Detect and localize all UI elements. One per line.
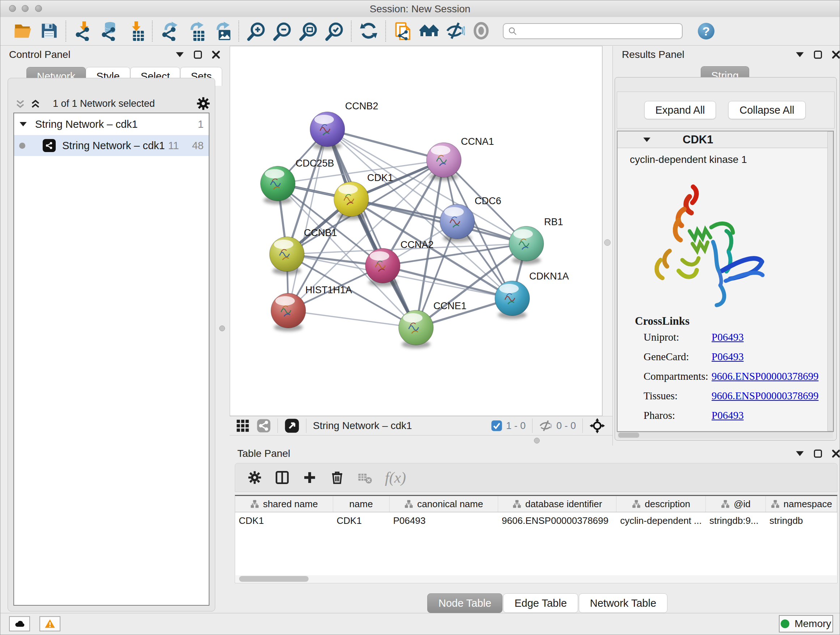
network-vertical-scrollbar[interactable]	[602, 46, 613, 416]
panel-collapse-icon[interactable]	[796, 50, 804, 59]
memory-button[interactable]: Memory	[779, 615, 833, 632]
table-cell[interactable]: CDK1	[235, 512, 333, 529]
network-scrollbar-handle[interactable]	[604, 239, 611, 246]
table-scrollbar-thumb[interactable]	[239, 576, 309, 582]
search-box[interactable]	[503, 23, 683, 39]
panel-close-icon[interactable]	[832, 50, 840, 59]
network-canvas[interactable]: CCNB2 CCNA1 CDC25B CDK1 CDC6 RB1	[230, 46, 602, 416]
edge-CCNE1-HIST1H1A[interactable]	[288, 310, 416, 328]
node-CCNE1[interactable]	[399, 310, 433, 348]
node-table[interactable]: shared namenamecanonical namedatabase id…	[235, 495, 837, 583]
column-header-canonical-name[interactable]: canonical name	[390, 496, 498, 512]
network-options-gear-icon[interactable]	[196, 96, 211, 112]
duplicate-network-icon[interactable]	[392, 20, 414, 42]
network-collection-row[interactable]: String Network – cdk1 1	[14, 113, 209, 135]
table-cell[interactable]: stringdb:9...	[706, 512, 766, 529]
export-image-icon[interactable]	[210, 20, 233, 42]
crosslink-link[interactable]: P06493	[712, 351, 744, 363]
toolbar-separator	[351, 21, 352, 42]
selected-checkbox-icon[interactable]	[491, 420, 502, 432]
protein-card-header[interactable]: CDK1	[617, 131, 833, 148]
first-neighbors-icon[interactable]	[418, 20, 440, 42]
node-CDKN1A[interactable]	[495, 281, 530, 319]
bottom-splitter-handle[interactable]	[534, 438, 540, 443]
edge-CCNB2-HIST1H1A[interactable]	[288, 129, 327, 310]
zoom-out-icon[interactable]	[271, 20, 294, 42]
refresh-view-icon[interactable]	[357, 20, 380, 42]
node-CCNA1[interactable]	[426, 143, 461, 181]
node-RB1[interactable]	[509, 226, 544, 264]
delete-column-trash-icon[interactable]	[326, 467, 348, 488]
left-splitter-handle[interactable]	[219, 325, 225, 331]
zoom-in-icon[interactable]	[245, 20, 267, 42]
node-CDC25B[interactable]	[261, 166, 295, 204]
import-network-database-icon[interactable]	[98, 20, 120, 42]
collapse-all-button[interactable]: Collapse All	[728, 101, 806, 119]
table-cell[interactable]: cyclin-dependent ...	[616, 512, 706, 529]
panel-collapse-icon[interactable]	[175, 50, 184, 59]
panel-close-icon[interactable]	[832, 449, 840, 458]
create-column-plus-icon[interactable]	[299, 467, 321, 488]
cloud-button[interactable]	[9, 616, 30, 631]
table-cell[interactable]: P06493	[390, 512, 498, 529]
column-header-namespace[interactable]: namespace	[766, 496, 837, 512]
panel-collapse-icon[interactable]	[796, 449, 804, 458]
search-input[interactable]	[517, 25, 671, 37]
network-row-selected[interactable]: String Network – cdk1 11 48	[14, 135, 209, 156]
save-session-icon[interactable]	[38, 20, 60, 42]
birds-eye-view-icon[interactable]	[235, 418, 250, 433]
results-horizontal-scrollbar[interactable]	[617, 432, 833, 439]
column-header-database-identifier[interactable]: database identifier	[498, 496, 616, 512]
panel-float-icon[interactable]	[194, 50, 202, 59]
show-columns-icon[interactable]	[271, 467, 293, 488]
column-header-shared-name[interactable]: shared name	[235, 496, 333, 512]
table-cell[interactable]: CDK1	[333, 512, 390, 529]
column-header-name[interactable]: name	[333, 496, 390, 512]
table-horizontal-scrollbar[interactable]	[235, 575, 837, 583]
node-CDK1[interactable]	[334, 182, 369, 220]
left-splitter[interactable]	[215, 46, 230, 613]
crosslink-link[interactable]: 9606.ENSP00000378699	[712, 371, 819, 382]
warnings-button[interactable]	[39, 616, 60, 631]
zoom-fit-icon[interactable]	[297, 20, 319, 42]
crosslink-link[interactable]: 9606.ENSP00000378699	[712, 390, 819, 402]
import-network-file-icon[interactable]	[72, 20, 95, 42]
results-panel-title: Results Panel	[622, 49, 684, 60]
crosslink-link[interactable]: P06493	[712, 409, 744, 421]
node-CCNB1[interactable]	[270, 237, 304, 275]
hidden-eye-slash-icon[interactable]	[539, 419, 553, 432]
table-settings-gear-icon[interactable]	[244, 467, 265, 488]
results-vertical-scrollbar[interactable]	[827, 131, 833, 431]
edge-CCNB2-CCNE1[interactable]	[327, 129, 416, 328]
tab-node-table[interactable]: Node Table	[427, 593, 502, 613]
card-collapse-icon[interactable]	[643, 136, 651, 143]
column-header-description[interactable]: description	[616, 496, 706, 512]
table-cell[interactable]: stringdb	[766, 512, 837, 529]
column-header-@id[interactable]: @id	[706, 496, 766, 512]
results-scrollbar-thumb[interactable]	[618, 432, 639, 438]
import-table-file-icon[interactable]	[124, 20, 147, 42]
export-network-icon[interactable]	[158, 20, 181, 42]
fit-content-crosshair-icon[interactable]	[589, 418, 605, 434]
crosslink-link[interactable]: P06493	[712, 331, 744, 343]
help-button[interactable]: ?	[698, 23, 714, 40]
collection-expand-icon[interactable]	[19, 121, 27, 127]
export-table-icon[interactable]	[185, 20, 207, 42]
node-CDC6[interactable]	[440, 204, 475, 242]
open-in-window-icon[interactable]	[284, 418, 300, 433]
tab-edge-table[interactable]: Edge Table	[503, 593, 578, 613]
panel-float-icon[interactable]	[813, 50, 822, 59]
hide-selected-icon[interactable]	[444, 20, 466, 42]
string-network-graph[interactable]: CCNB2 CCNA1 CDC25B CDK1 CDC6 RB1	[230, 46, 602, 416]
tab-network-table[interactable]: Network Table	[579, 593, 668, 613]
show-graphics-details-icon[interactable]	[470, 20, 493, 42]
table-cell[interactable]: 9606.ENSP00000378699	[498, 512, 616, 529]
zoom-selected-icon[interactable]	[323, 20, 346, 42]
open-session-icon[interactable]	[11, 20, 34, 42]
expand-all-button[interactable]: Expand All	[644, 101, 716, 119]
node-CCNB2[interactable]	[310, 112, 345, 150]
node-HIST1H1A[interactable]	[271, 293, 306, 331]
panel-float-icon[interactable]	[813, 449, 822, 458]
table-row[interactable]: CDK1CDK1P064939606.ENSP00000378699cyclin…	[235, 512, 837, 529]
node-CCNA2[interactable]	[365, 249, 400, 287]
